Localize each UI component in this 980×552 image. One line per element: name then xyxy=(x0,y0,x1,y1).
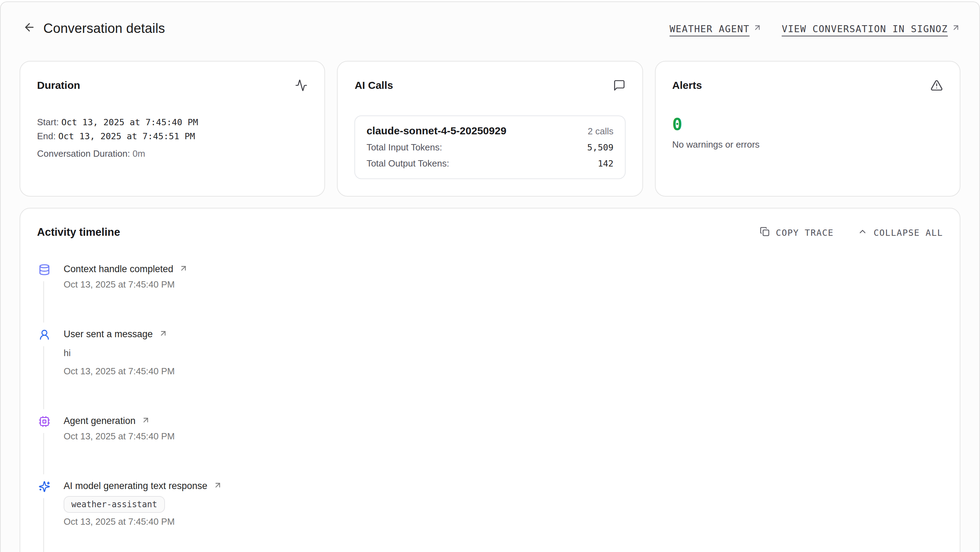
sparkles-icon xyxy=(38,474,50,498)
copy-trace-button[interactable]: COPY TRACE xyxy=(760,227,834,238)
timeline-event-timestamp: Oct 13, 2025 at 7:45:40 PM xyxy=(64,430,175,443)
duration-card-title: Duration xyxy=(37,78,80,93)
model-call-count: 2 calls xyxy=(588,126,614,136)
arrow-up-right-icon xyxy=(213,480,222,493)
copy-icon xyxy=(760,227,770,238)
timeline-event-link[interactable]: Agent generation xyxy=(64,414,175,428)
timeline-event-title: User sent a message xyxy=(64,327,153,341)
end-time-value: Oct 13, 2025 at 7:45:51 PM xyxy=(58,131,195,141)
user-icon xyxy=(38,322,50,346)
page-header: Conversation details WEATHER AGENT VIEW … xyxy=(19,15,961,43)
database-icon xyxy=(38,257,50,281)
arrow-left-icon xyxy=(23,21,36,37)
timeline-event-badge: weather-assistant xyxy=(64,496,165,513)
timeline-event: Context handle completed Oct 13, 2025 at… xyxy=(38,262,943,327)
content-frame: Conversation details WEATHER AGENT VIEW … xyxy=(0,2,980,552)
start-time-value: Oct 13, 2025 at 7:45:40 PM xyxy=(61,117,198,127)
arrow-up-right-icon xyxy=(753,22,762,35)
timeline-event-message: hi xyxy=(64,347,175,360)
timeline-event-title: Agent generation xyxy=(64,414,135,428)
duration-card: Duration Start: Oct 13, 2025 at 7:45:40 … xyxy=(19,61,325,196)
input-tokens-value: 5,509 xyxy=(587,141,613,154)
timeline-event-timestamp: Oct 13, 2025 at 7:45:40 PM xyxy=(64,515,222,528)
back-button[interactable] xyxy=(19,19,39,38)
arrow-up-right-icon xyxy=(179,263,188,276)
input-tokens-row: Total Input Tokens: 5,509 xyxy=(367,141,614,154)
conversation-duration-row: Conversation Duration: 0m xyxy=(37,147,308,160)
timeline-event-link[interactable]: User sent a message xyxy=(64,327,175,341)
stat-cards-row: Duration Start: Oct 13, 2025 at 7:45:40 … xyxy=(19,61,961,194)
end-time-row: End: Oct 13, 2025 at 7:45:51 PM xyxy=(37,129,308,143)
timeline-event-title: AI model generating text response xyxy=(64,479,207,493)
activity-timeline-card: Activity timeline COPY TRACE COLLAPSE AL… xyxy=(19,208,961,552)
ai-calls-card-title: AI Calls xyxy=(355,78,393,93)
alert-message: No warnings or errors xyxy=(672,139,943,151)
weather-agent-link[interactable]: WEATHER AGENT xyxy=(670,22,762,35)
ai-calls-card: AI Calls claude-sonnet-4-5-20250929 2 ca… xyxy=(337,61,643,196)
timeline-event: User sent a message hi Oct 13, 2025 at 7… xyxy=(38,327,943,414)
start-time-row: Start: Oct 13, 2025 at 7:45:40 PM xyxy=(37,115,308,129)
model-usage-box: claude-sonnet-4-5-20250929 2 calls Total… xyxy=(355,115,625,179)
activity-icon xyxy=(295,79,308,94)
timeline-event-link[interactable]: Context handle completed xyxy=(64,262,188,276)
timeline-list: Context handle completed Oct 13, 2025 at… xyxy=(37,262,943,552)
timeline-event: Agent generation Oct 13, 2025 at 7:45:40… xyxy=(38,414,943,479)
timeline-event-timestamp: Oct 13, 2025 at 7:45:40 PM xyxy=(64,278,188,291)
arrow-up-right-icon xyxy=(141,415,150,428)
model-name: claude-sonnet-4-5-20250929 xyxy=(367,124,506,138)
output-tokens-row: Total Output Tokens: 142 xyxy=(367,157,614,170)
conversation-duration-value: 0m xyxy=(132,148,145,159)
conversation-details-page: Conversation details WEATHER AGENT VIEW … xyxy=(0,0,980,552)
arrow-up-right-icon xyxy=(951,22,961,35)
arrow-up-right-icon xyxy=(158,328,167,341)
timeline-event-title: Context handle completed xyxy=(64,262,173,276)
timeline-event-link[interactable]: AI model generating text response xyxy=(64,479,222,493)
page-title: Conversation details xyxy=(43,21,165,37)
alerts-card: Alerts 0 No warnings or errors xyxy=(655,61,961,196)
activity-timeline-title: Activity timeline xyxy=(37,225,120,239)
header-links: WEATHER AGENT VIEW CONVERSATION IN SIGNO… xyxy=(670,22,961,35)
timeline-event-timestamp: Oct 13, 2025 at 7:45:40 PM xyxy=(64,365,175,378)
message-square-icon xyxy=(612,79,625,94)
view-conversation-in-signoz-link[interactable]: VIEW CONVERSATION IN SIGNOZ xyxy=(782,22,961,35)
collapse-all-button[interactable]: COLLAPSE ALL xyxy=(858,227,943,238)
output-tokens-value: 142 xyxy=(598,157,613,170)
alerts-card-title: Alerts xyxy=(672,78,702,93)
chevron-up-icon xyxy=(858,227,867,238)
triangle-alert-icon xyxy=(931,79,943,94)
timeline-event: AI model generating text response weathe… xyxy=(38,479,943,552)
cpu-icon xyxy=(38,409,50,433)
alert-count: 0 xyxy=(672,115,943,134)
